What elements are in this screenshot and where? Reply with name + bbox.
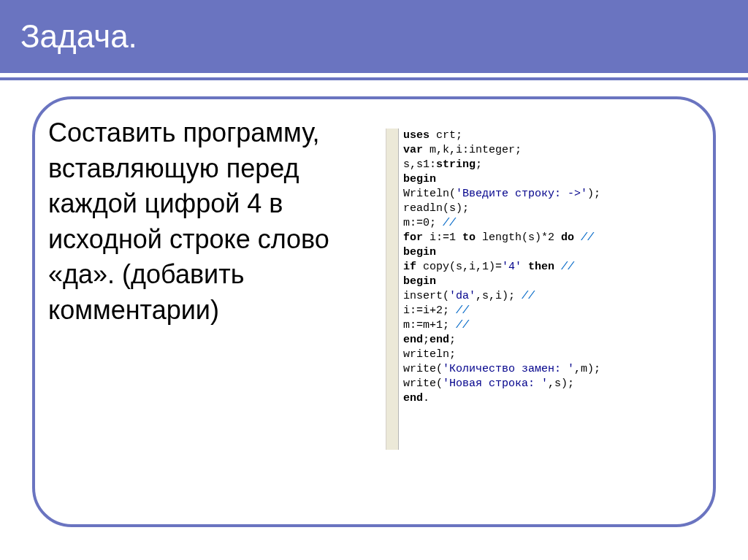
code-line: end. xyxy=(403,391,600,406)
code-line: write('Новая строка: ',s); xyxy=(403,377,600,391)
slide-title: Задача. xyxy=(20,18,137,55)
code-line: end;end; xyxy=(403,333,600,348)
code-line: s,s1:string; xyxy=(403,158,600,172)
code-screenshot: uses crt; var m,k,i:integer; s,s1:string… xyxy=(386,129,700,450)
task-text: Составить программу, вставляющую перед к… xyxy=(48,115,355,329)
code-line: begin xyxy=(403,245,600,260)
divider xyxy=(0,77,748,80)
code-line: Writeln('Введите строку: ->'); xyxy=(403,187,600,202)
code-line: writeln; xyxy=(403,348,600,362)
code-line: write('Количество замен: ',m); xyxy=(403,362,600,377)
code-line: readln(s); xyxy=(403,202,600,216)
code-line: var m,k,i:integer; xyxy=(403,143,600,158)
code-line: i:=i+2; // xyxy=(403,304,600,318)
code-line: m:=0; // xyxy=(403,216,600,231)
code-line: begin xyxy=(403,275,600,289)
slide-header: Задача. xyxy=(0,0,748,73)
code-line: uses crt; xyxy=(403,129,600,143)
code-line: begin xyxy=(403,172,600,187)
code-content: uses crt; var m,k,i:integer; s,s1:string… xyxy=(399,129,600,450)
code-line: if copy(s,i,1)='4' then // xyxy=(403,260,600,275)
editor-gutter xyxy=(386,129,399,450)
code-line: for i:=1 to length(s)*2 do // xyxy=(403,231,600,245)
code-line: m:=m+1; // xyxy=(403,318,600,333)
code-line: insert('da',s,i); // xyxy=(403,289,600,304)
